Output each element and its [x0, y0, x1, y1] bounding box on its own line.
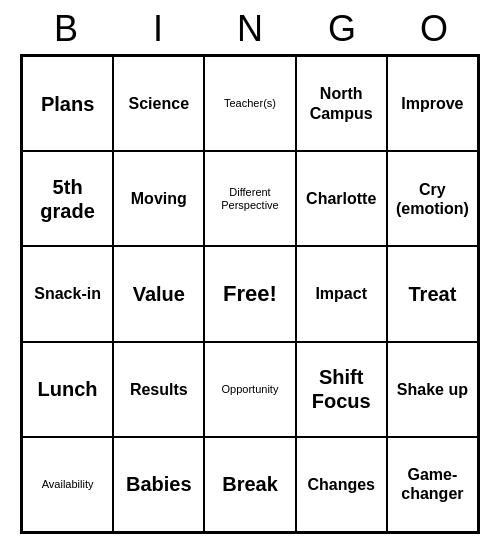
bingo-header: BINGO: [20, 0, 480, 54]
bingo-cell: Treat: [387, 246, 478, 341]
bingo-cell: North Campus: [296, 56, 387, 151]
bingo-letter: I: [116, 8, 200, 50]
bingo-cell: Availability: [22, 437, 113, 532]
bingo-cell: Science: [113, 56, 204, 151]
bingo-cell: Babies: [113, 437, 204, 532]
bingo-grid: PlansScienceTeacher(s)North CampusImprov…: [20, 54, 480, 534]
bingo-cell: Changes: [296, 437, 387, 532]
bingo-cell: Teacher(s): [204, 56, 295, 151]
bingo-cell: Results: [113, 342, 204, 437]
bingo-letter: N: [208, 8, 292, 50]
bingo-cell: Free!: [204, 246, 295, 341]
bingo-letter: O: [392, 8, 476, 50]
bingo-cell: Improve: [387, 56, 478, 151]
bingo-cell: Shake up: [387, 342, 478, 437]
bingo-cell: Break: [204, 437, 295, 532]
bingo-cell: Snack-in: [22, 246, 113, 341]
bingo-cell: Moving: [113, 151, 204, 246]
bingo-cell: Cry (emotion): [387, 151, 478, 246]
bingo-cell: Plans: [22, 56, 113, 151]
bingo-cell: Charlotte: [296, 151, 387, 246]
bingo-letter: B: [24, 8, 108, 50]
bingo-cell: Value: [113, 246, 204, 341]
bingo-cell: Shift Focus: [296, 342, 387, 437]
bingo-cell: Different Perspective: [204, 151, 295, 246]
bingo-cell: Opportunity: [204, 342, 295, 437]
bingo-letter: G: [300, 8, 384, 50]
bingo-cell: Impact: [296, 246, 387, 341]
bingo-cell: 5th grade: [22, 151, 113, 246]
bingo-cell: Lunch: [22, 342, 113, 437]
bingo-cell: Game-changer: [387, 437, 478, 532]
